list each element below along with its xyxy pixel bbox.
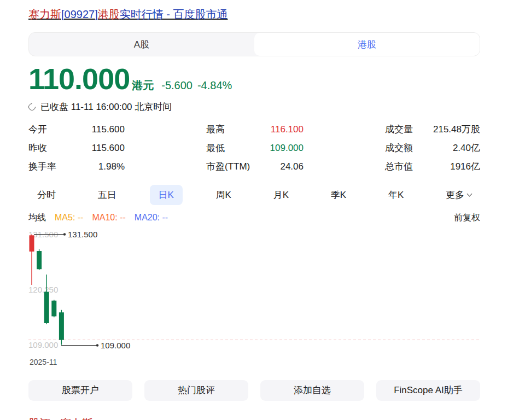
stat-market-cap: 总市值1916亿 (385, 161, 480, 172)
chevron-down-icon (467, 191, 472, 196)
finscope-ai-button[interactable]: FinScope AI助手 (376, 380, 480, 401)
price-change-percent: -4.84% (197, 79, 232, 92)
refresh-icon[interactable] (27, 102, 37, 112)
title-stock-name: 赛力斯 (28, 8, 61, 20)
price-change-amount: -5.600 (161, 79, 192, 92)
x-axis-label: 2025-11 (30, 358, 57, 366)
stat-volume: 成交量215.48万股 (385, 124, 480, 135)
candle-body (59, 312, 64, 340)
tab-more-label: 更多 (446, 189, 464, 201)
stat-turnover-amount: 成交额2.40亿 (385, 143, 480, 154)
currency-label: 港元 (132, 78, 154, 93)
current-price: 110.000 (28, 63, 130, 95)
stat-label: 最低 (206, 143, 225, 154)
stat-label: 成交量 (385, 124, 413, 135)
stat-value: 116.100 (271, 124, 304, 135)
tab-yearly-k[interactable]: 年K (380, 185, 412, 205)
title-market: 港股 (98, 8, 120, 20)
ma10-legend: MA10: -- (92, 213, 125, 223)
action-button-row: 股票开户 热门股评 添加自选 FinScope AI助手 (28, 380, 480, 401)
market-tab-bar: A股 港股 (28, 32, 480, 56)
status-row: 已收盘 11-11 16:00:00 北京时间 (28, 101, 480, 113)
candle-body (44, 291, 49, 323)
chart-period-tabs: 分时 五日 日K 周K 月K 季K 年K 更多 (28, 185, 480, 205)
stat-prev-close: 昨收115.600 (28, 143, 125, 154)
ma-legend-row: 均线 MA5: -- MA10: -- MA20: -- 前复权 (28, 212, 480, 224)
low-annotation-label: 109.000 (101, 340, 130, 349)
stat-open: 今开115.600 (28, 124, 125, 135)
tab-five-day[interactable]: 五日 (89, 185, 125, 205)
candlestick-chart[interactable]: 131.500120.250109.000131.500109.0002025-… (28, 227, 480, 370)
stat-value: 115.600 (92, 124, 125, 135)
stat-label: 今开 (28, 124, 47, 135)
tab-weekly-k[interactable]: 周K (207, 185, 240, 205)
y-axis-label: 120.250 (28, 285, 58, 294)
stat-label: 昨收 (28, 143, 47, 154)
stat-value: 1916亿 (450, 161, 480, 172)
candle-body (30, 235, 34, 252)
stat-high: 最高116.100 (206, 124, 304, 135)
ma20-legend: MA20: -- (135, 213, 168, 223)
stat-label: 总市值 (385, 161, 413, 172)
tab-a-share[interactable]: A股 (29, 33, 254, 56)
tab-quarterly-k[interactable]: 季K (322, 185, 355, 205)
price-change: -5.600 -4.84% (161, 79, 232, 92)
stat-low: 最低109.000 (206, 143, 304, 154)
tab-monthly-k[interactable]: 月K (265, 185, 298, 205)
stat-label: 换手率 (28, 161, 56, 172)
stat-turnover-rate: 换手率1.98% (28, 161, 125, 172)
stats-grid: 今开115.600 最高116.100 成交量215.48万股 昨收115.60… (28, 124, 480, 172)
stock-quote-page: 赛力斯[09927]港股实时行情 - 百度股市通 A股 港股 110.000 港… (28, 0, 480, 420)
price-row: 110.000 港元 -5.600 -4.84% (28, 63, 480, 95)
stat-label: 成交额 (385, 143, 413, 154)
stat-value: 109.000 (270, 143, 304, 154)
high-annotation-label: 131.500 (68, 230, 97, 239)
high-annotation-dot (63, 233, 66, 235)
tab-more[interactable]: 更多 (437, 185, 480, 205)
y-axis-label: 109.000 (28, 340, 58, 349)
tab-hk[interactable]: 港股 (254, 33, 480, 56)
chart-area: 131.500120.250109.000131.500109.0002025-… (28, 227, 480, 370)
stat-value: 215.48万股 (433, 124, 480, 135)
stat-value: 2.40亿 (453, 143, 480, 154)
stock-comments-link[interactable]: 股评 · 赛力斯 (28, 416, 93, 420)
adjust-mode-selector[interactable]: 前复权 (454, 212, 480, 224)
stat-value: 115.600 (92, 143, 125, 154)
add-watchlist-button[interactable]: 添加自选 (260, 380, 364, 401)
low-annotation-dot (96, 344, 98, 346)
stat-value: 24.06 (280, 161, 304, 172)
hot-comments-button[interactable]: 热门股评 (144, 380, 248, 401)
market-status-text: 已收盘 11-11 16:00:00 北京时间 (40, 101, 172, 113)
tab-daily-k[interactable]: 日K (150, 185, 183, 205)
title-suffix: 实时行情 - 百度股市通 (120, 8, 228, 20)
title-stock-code: [09927] (61, 8, 98, 20)
candle-body (37, 251, 42, 269)
stat-pe-ttm: 市盈(TTM)24.06 (206, 161, 304, 172)
stat-label: 市盈(TTM) (206, 161, 250, 172)
page-title-link[interactable]: 赛力斯[09927]港股实时行情 - 百度股市通 (28, 7, 228, 21)
open-account-button[interactable]: 股票开户 (28, 380, 132, 401)
candle-body (51, 300, 56, 316)
tab-minute[interactable]: 分时 (28, 185, 65, 205)
ma5-legend: MA5: -- (55, 213, 83, 223)
ma-title: 均线 (28, 212, 46, 224)
stat-value: 1.98% (98, 161, 125, 172)
stat-label: 最高 (206, 124, 225, 135)
